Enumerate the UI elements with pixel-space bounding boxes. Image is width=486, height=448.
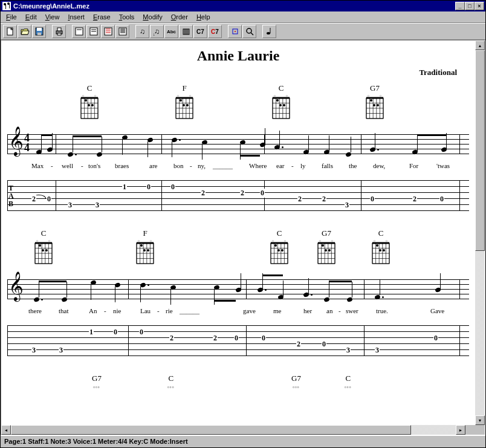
chord-diagram: C ○○ — [33, 229, 54, 266]
music-btn1[interactable]: ♫ — [135, 25, 149, 38]
svg-rect-17 — [105, 28, 112, 35]
menu-view[interactable]: View — [41, 12, 64, 22]
lyric-syllable: - — [104, 307, 106, 314]
svg-point-173 — [325, 249, 327, 252]
minimize-button[interactable]: _ — [455, 2, 465, 10]
scroll-left-button[interactable]: ◄ — [1, 425, 11, 435]
svg-point-172 — [328, 249, 331, 252]
c7-button[interactable]: C7 — [193, 25, 207, 38]
title-bar: C:\meunreg\AnnieL.mez _ □ × — [1, 1, 485, 11]
tab-number: 3 — [375, 346, 380, 355]
save-button[interactable] — [32, 25, 46, 38]
menu-help[interactable]: Help — [192, 12, 215, 22]
score-title: Annie Laurie — [7, 48, 469, 64]
svg-point-190 — [379, 249, 381, 252]
score-canvas[interactable]: Annie Laurie Traditional C ○○ F ○○ C ○○ … — [1, 41, 475, 425]
svg-line-37 — [251, 33, 253, 35]
open-button[interactable] — [18, 25, 31, 38]
view1-button[interactable] — [72, 25, 86, 38]
menu-file[interactable]: File — [2, 12, 21, 22]
new-button[interactable] — [3, 25, 17, 38]
maximize-button[interactable]: □ — [465, 2, 475, 10]
chord-diagram: C ○○ — [79, 83, 100, 121]
v-scroll-track[interactable] — [475, 50, 485, 415]
abc-button[interactable]: Abc — [164, 25, 178, 38]
h-scrollbar[interactable]: ◄ ► — [1, 425, 475, 435]
fretboard-icon: ○○ — [270, 94, 292, 121]
svg-point-105 — [373, 104, 375, 106]
menu-insert[interactable]: Insert — [63, 12, 89, 22]
chord-diagram: G7 ○○ — [316, 229, 337, 266]
v-scrollbar[interactable]: ▲ ▼ — [475, 41, 485, 435]
lyric-syllable: true. — [376, 307, 388, 314]
zoom-button[interactable] — [242, 25, 256, 38]
menu-edit[interactable]: Edit — [21, 12, 41, 22]
tab-number: 3 — [59, 346, 63, 355]
lyric-syllable: ton's — [88, 162, 100, 169]
lyric-syllable: 'twas — [436, 162, 450, 169]
lyric-syllable: For — [409, 162, 418, 169]
tab-number: 0 — [433, 334, 438, 343]
fretboard-icon: ○○ — [370, 239, 392, 266]
chord-diagram: C▫▫▫ — [345, 374, 352, 390]
svg-point-88 — [279, 104, 282, 106]
lyric-syllable: ly — [300, 162, 306, 169]
tab-number: 3 — [68, 201, 73, 210]
app-window: C:\meunreg\AnnieL.mez _ □ × File Edit Vi… — [0, 0, 486, 448]
chord-diagram: G7 ○○ — [364, 83, 386, 121]
lyric-syllable: - — [157, 307, 160, 314]
c7-red-button[interactable]: C7 — [208, 25, 222, 38]
lyric-syllable: an — [326, 307, 332, 314]
menu-order[interactable]: Order — [167, 12, 192, 22]
menu-erase[interactable]: Erase — [89, 12, 115, 22]
svg-point-70 — [186, 104, 189, 106]
svg-point-87 — [283, 104, 285, 106]
tab-letter-t: T — [8, 184, 13, 192]
svg-text:○: ○ — [380, 94, 381, 97]
chord-name: C — [370, 229, 392, 238]
chord-row-3: G7▫▫▫C▫▫▫G7▫▫▫C▫▫▫ — [7, 374, 469, 392]
svg-rect-34 — [233, 29, 238, 34]
scroll-right-button[interactable]: ► — [456, 425, 465, 435]
scroll-down-button[interactable]: ▼ — [475, 415, 485, 425]
lyric-syllable: rie — [166, 307, 173, 314]
chord-diagram-button[interactable] — [179, 25, 193, 38]
target-button[interactable] — [228, 25, 242, 38]
tab-letter-a: A — [8, 192, 14, 200]
h-scroll-track[interactable] — [11, 425, 456, 435]
fretboard-icon: ○○ — [33, 239, 54, 266]
music-btn2[interactable]: ♫↓ — [150, 25, 164, 38]
svg-point-120 — [39, 244, 41, 247]
svg-text:♫: ♫ — [154, 27, 160, 36]
view3-button[interactable] — [101, 25, 115, 38]
note-button[interactable] — [262, 25, 276, 38]
tab-number: 1 — [89, 328, 94, 337]
chord-name: C — [345, 374, 352, 383]
fretboard-icon: ○○ — [268, 239, 290, 266]
menu-tools[interactable]: Tools — [115, 12, 139, 22]
lyric-syllable: falls — [322, 162, 333, 169]
chord-name: C — [79, 83, 100, 93]
tab-number: 0 — [370, 195, 375, 204]
tab-number: 0 — [113, 328, 118, 337]
chord-name: C — [268, 229, 290, 238]
score-subtitle: Traditional — [7, 68, 469, 77]
scroll-up-button[interactable]: ▲ — [475, 41, 485, 50]
view2-button[interactable] — [86, 25, 100, 38]
chord-name: G7 — [291, 374, 301, 383]
status-text: Page:1 Staff:1 Note:3 Voice:1 Meter:4/4 … — [4, 438, 188, 445]
svg-rect-9 — [56, 31, 62, 34]
svg-text:♫: ♫ — [140, 27, 145, 36]
lyric-row-2: therethatAn-nieLau-rie______gavemeheran-… — [7, 307, 469, 317]
tab-number: 0 — [139, 328, 144, 337]
chord-row-1: C ○○ F ○○ C ○○ G7 ○○ — [7, 83, 469, 123]
print-button[interactable] — [52, 25, 66, 38]
svg-text:○: ○ — [138, 239, 140, 242]
svg-point-86 — [276, 99, 279, 102]
menu-modify[interactable]: Modify — [138, 12, 166, 22]
lyric-syllable: the — [349, 162, 357, 169]
lyric-syllable: ny, — [198, 162, 206, 169]
view4-button[interactable] — [115, 25, 129, 38]
close-button[interactable]: × — [475, 2, 484, 10]
svg-point-188 — [376, 244, 378, 247]
